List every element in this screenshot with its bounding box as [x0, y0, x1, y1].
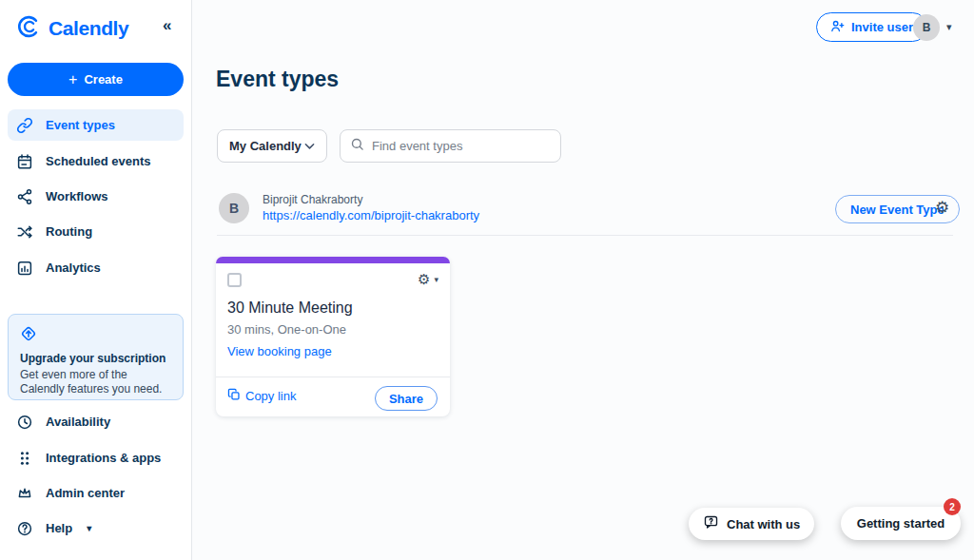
apps-grid-icon — [16, 450, 33, 467]
owner-name: Biprojit Chakraborty — [263, 193, 362, 206]
event-select-checkbox[interactable] — [227, 273, 242, 287]
chat-with-us-label: Chat with us — [727, 517, 800, 531]
sidebar-item-availability[interactable]: Availability — [8, 406, 184, 437]
event-type-card: ⚙ ▾ 30 Minute Meeting 30 mins, One-on-On… — [216, 257, 450, 416]
clock-icon — [16, 414, 33, 431]
routing-icon — [16, 223, 33, 241]
crown-icon — [16, 485, 33, 502]
event-settings-menu[interactable]: ⚙ ▾ — [418, 272, 438, 286]
sidebar-item-event-types[interactable]: Event types — [8, 109, 184, 141]
sidebar-item-label: Integrations & apps — [46, 451, 161, 465]
sidebar-item-label: Availability — [46, 415, 110, 429]
sidebar-item-label: Routing — [46, 224, 92, 239]
create-button-label: Create — [84, 72, 122, 87]
caret-down-icon: ▾ — [87, 523, 91, 533]
sidebar-item-integrations[interactable]: Integrations & apps — [8, 442, 184, 473]
event-color-accent-bar — [216, 257, 450, 263]
workflow-nodes-icon — [16, 188, 33, 205]
owner-scheduling-url[interactable]: https://calendly.com/biprojit-chakrabort… — [263, 208, 479, 222]
owner-row-divider — [217, 235, 953, 236]
help-circle-icon — [16, 520, 33, 537]
user-plus-icon — [830, 19, 845, 36]
card-divider — [216, 377, 450, 377]
upgrade-title: Upgrade your subscription — [20, 352, 171, 365]
sidebar-item-analytics[interactable]: Analytics — [8, 252, 184, 283]
sidebar-item-label: Workflows — [46, 189, 108, 203]
sidebar-item-workflows[interactable]: Workflows — [8, 181, 184, 212]
chat-question-icon — [703, 514, 719, 533]
getting-started-button[interactable]: Getting started 2 — [841, 507, 961, 540]
event-meta: 30 mins, One-on-One — [227, 322, 346, 337]
plus-icon: + — [68, 72, 77, 87]
share-button[interactable]: Share — [375, 386, 438, 411]
sidebar-item-scheduled-events[interactable]: Scheduled events — [8, 145, 184, 177]
copy-link-button[interactable]: Copy link — [227, 388, 296, 404]
gear-icon: ⚙ — [418, 272, 430, 286]
brand-wordmark: Calendly — [49, 17, 128, 40]
calendly-logo-icon — [17, 14, 42, 43]
chat-with-us-button[interactable]: Chat with us — [689, 508, 814, 540]
collapse-sidebar-icon[interactable]: « — [163, 16, 171, 35]
copy-icon — [227, 388, 241, 404]
upgrade-arrow-icon — [20, 329, 37, 345]
upgrade-subscription-card[interactable]: Upgrade your subscription Get even more … — [8, 314, 184, 400]
search-input[interactable] — [372, 139, 551, 153]
scope-selector-value: My Calendly — [229, 139, 302, 153]
sidebar-item-help[interactable]: Help ▾ — [8, 512, 184, 544]
sidebar-item-label: Admin center — [46, 486, 125, 500]
sidebar: Calendly « + Create Event types — [0, 0, 192, 560]
sidebar-item-label: Scheduled events — [46, 154, 151, 168]
copy-link-label: Copy link — [245, 389, 296, 403]
scope-selector-dropdown[interactable]: My Calendly — [217, 129, 327, 163]
create-button[interactable]: + Create — [8, 63, 184, 96]
view-booking-page-link[interactable]: View booking page — [227, 344, 332, 358]
owner-avatar: B — [219, 193, 249, 223]
owner-settings-gear-icon[interactable]: ⚙ — [935, 200, 949, 216]
sidebar-item-label: Help — [46, 521, 72, 535]
logo[interactable]: Calendly — [17, 14, 128, 43]
calendar-icon — [16, 153, 33, 170]
event-title: 30 Minute Meeting — [227, 299, 353, 317]
search-box — [340, 129, 561, 163]
page-title: Event types — [216, 67, 339, 92]
account-avatar[interactable]: B — [913, 14, 940, 41]
sidebar-item-routing[interactable]: Routing — [8, 216, 184, 247]
sidebar-item-admin-center[interactable]: Admin center — [8, 477, 184, 509]
invite-user-button[interactable]: Invite user — [816, 12, 927, 42]
search-icon — [350, 137, 364, 155]
upgrade-body: Get even more of the Calendly features y… — [20, 368, 171, 396]
invite-user-label: Invite user — [851, 20, 913, 34]
account-caret-down-icon[interactable]: ▾ — [946, 21, 952, 33]
link-icon — [16, 117, 33, 134]
bar-chart-icon — [16, 260, 33, 277]
calendly-app: Calendly « + Create Event types — [0, 0, 974, 560]
sidebar-item-label: Analytics — [46, 261, 101, 275]
getting-started-label: Getting started — [857, 516, 945, 531]
notification-badge: 2 — [944, 498, 961, 515]
caret-down-icon: ▾ — [434, 275, 438, 284]
chevron-down-icon — [304, 143, 315, 150]
sidebar-item-label: Event types — [46, 118, 115, 132]
